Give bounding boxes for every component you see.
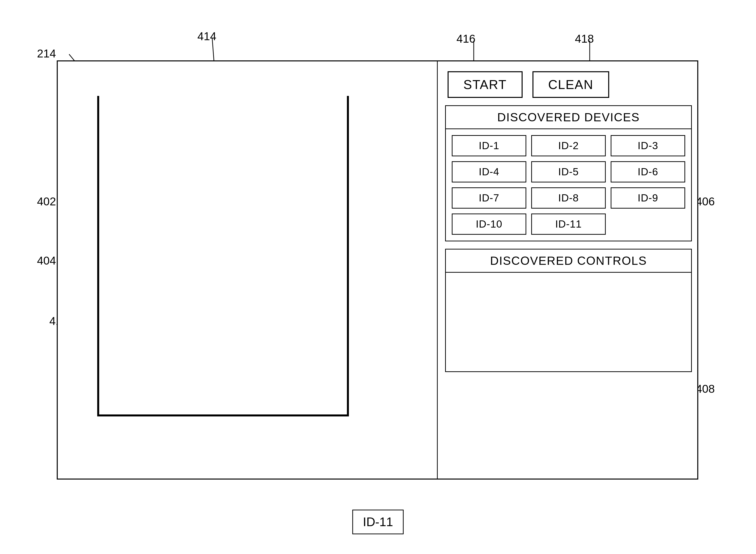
discovered-controls-header: DISCOVERED CONTROLS xyxy=(446,250,691,273)
device-id9[interactable]: ID-9 xyxy=(611,187,685,209)
buttons-row: START CLEAN xyxy=(438,61,699,105)
device-id10[interactable]: ID-10 xyxy=(452,214,526,235)
device-id8[interactable]: ID-8 xyxy=(531,187,606,209)
device-id4[interactable]: ID-4 xyxy=(452,161,526,182)
discovered-controls-section: DISCOVERED CONTROLS xyxy=(445,249,692,372)
device-id7[interactable]: ID-7 xyxy=(452,187,526,209)
device-id2[interactable]: ID-2 xyxy=(531,135,606,156)
device-id3[interactable]: ID-3 xyxy=(611,135,685,156)
left-panel xyxy=(58,61,438,479)
device-id11[interactable]: ID-11 xyxy=(531,214,606,235)
controls-body xyxy=(446,273,691,371)
device-id1[interactable]: ID-1 xyxy=(452,135,526,156)
device-grid: ID-1 ID-2 ID-3 ID-4 ID-5 ID-6 ID-7 ID-8 … xyxy=(446,129,691,241)
start-button[interactable]: START xyxy=(448,71,522,98)
device-id6[interactable]: ID-6 xyxy=(611,161,685,182)
clean-button[interactable]: CLEAN xyxy=(533,71,609,98)
standalone-id11-box: ID-11 xyxy=(352,510,404,534)
discovered-devices-header: DISCOVERED DEVICES xyxy=(446,106,691,129)
device-id5[interactable]: ID-5 xyxy=(531,161,606,182)
floor-map xyxy=(97,96,349,417)
discovered-devices-section: DISCOVERED DEVICES ID-1 ID-2 ID-3 ID-4 I… xyxy=(445,105,692,241)
outer-box: START CLEAN DISCOVERED DEVICES ID-1 ID-2… xyxy=(57,60,698,480)
right-panel: START CLEAN DISCOVERED DEVICES ID-1 ID-2… xyxy=(438,61,699,479)
diagram-wrapper: START CLEAN DISCOVERED DEVICES ID-1 ID-2… xyxy=(25,30,730,510)
